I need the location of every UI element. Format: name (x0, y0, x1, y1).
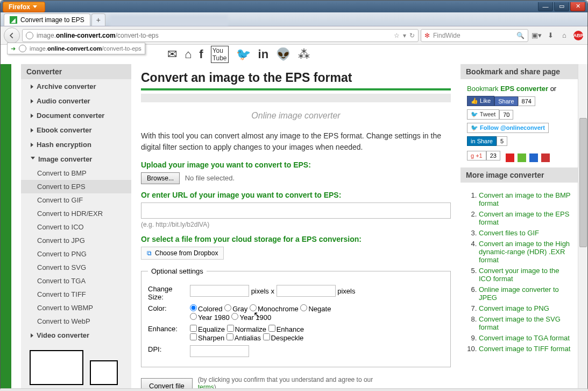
url-text: image.online-convert.com/convert-to-eps (37, 32, 159, 39)
sidebar-sub-bmp[interactable]: Convert to BMP (21, 166, 131, 180)
twitter-follow-widget[interactable]: 🐦 Follow @onlineconvert (467, 123, 571, 133)
search-provider-icon: ✻ (424, 32, 430, 39)
twitter-icon[interactable]: 🐦 (236, 47, 251, 61)
url-suggestion-popup[interactable]: ➜ image.online-convert.com/convert-to-ep… (7, 43, 145, 54)
sidebar-item-document[interactable]: Document converter (21, 108, 131, 123)
yelp-icon[interactable]: ⁂ (298, 47, 310, 61)
bookmark-heading: Bookmark and share page (461, 64, 578, 79)
enh-equalize-cb[interactable] (190, 325, 197, 332)
window-maximize-button[interactable]: ▭ (554, 2, 569, 11)
firefox-menu-button[interactable]: Firefox (3, 2, 45, 12)
spacer (11, 64, 21, 388)
sidebar-sub-tga[interactable]: Convert to TGA (21, 274, 131, 288)
sidebar-sub-tiff[interactable]: Convert to TIFF (21, 288, 131, 301)
new-tab-button[interactable]: + (91, 13, 105, 26)
caret-right-icon (31, 99, 33, 103)
color-label: Color: (148, 304, 183, 312)
sidebar-sub-jpg[interactable]: Convert to JPG (21, 234, 131, 247)
convert-button[interactable]: Convert file (141, 378, 193, 388)
address-field[interactable]: image.online-convert.com/convert-to-eps … (22, 29, 419, 42)
linkedin-icon[interactable]: in (258, 47, 269, 61)
facebook-icon[interactable]: f (199, 47, 203, 61)
linkedin-widget[interactable]: in Share5 (467, 136, 571, 146)
description: With this tool you can convert almost an… (141, 130, 451, 153)
file-status: No file selected. (185, 174, 235, 182)
sidebar-sub-webp[interactable]: Convert to WebP (21, 315, 131, 328)
dropdown-triangle-icon (33, 5, 37, 8)
dropdown-caret-icon[interactable]: ▾ (403, 32, 406, 39)
reddit-icon[interactable]: 👽 (276, 47, 291, 61)
color-1900-radio[interactable] (231, 313, 238, 320)
color-colored-radio[interactable] (190, 304, 197, 311)
dropbox-button[interactable]: ⧉ Choose from Dropbox (141, 247, 224, 260)
sidebar-sub-wbmp[interactable]: Convert to WBMP (21, 301, 131, 315)
terms-link[interactable]: terms (198, 383, 214, 389)
window-close-button[interactable]: ✕ (570, 2, 585, 11)
home-icon[interactable]: ⌂ (185, 47, 192, 61)
youtube-icon[interactable]: YouTube (211, 46, 229, 63)
window-minimize-button[interactable]: — (538, 2, 553, 11)
scrollbar-thumb[interactable] (579, 118, 587, 247)
tab-title: Convert image to EPS (20, 16, 84, 24)
more-item[interactable]: Convert an image to the EPS format (479, 210, 571, 226)
back-button[interactable] (4, 27, 20, 44)
gplus-widget[interactable]: g +123 (467, 151, 500, 160)
home-button[interactable]: ⌂ (558, 31, 570, 39)
sidebar-item-audio[interactable]: Audio converter (21, 94, 131, 108)
sidebar-sub-png[interactable]: Convert to PNG (21, 247, 131, 261)
url-heading: Or enter URL of your image you want to c… (141, 191, 451, 199)
sidebar-sub-gif[interactable]: Convert to GIF (21, 193, 131, 207)
enh-antialias-cb[interactable] (226, 333, 233, 340)
sidebar-sub-eps[interactable]: Convert to EPS (21, 180, 131, 193)
more-item[interactable]: Convert an image to the BMP format (479, 191, 571, 207)
search-field[interactable]: ✻ FindWide 🔍 (421, 29, 528, 42)
image-url-input[interactable] (141, 203, 451, 219)
enh-enhance-cb[interactable] (268, 325, 275, 332)
sidebar-item-image[interactable]: Image converter (21, 152, 131, 166)
more-item[interactable]: Convert image to the SVG format (479, 315, 571, 331)
color-gray-radio[interactable] (224, 304, 231, 311)
sidebar-item-hash[interactable]: Hash encryption (21, 137, 131, 152)
sidebar-sub-svg[interactable]: Convert to SVG (21, 261, 131, 274)
reload-icon[interactable]: ↻ (409, 32, 415, 39)
adblock-icon[interactable]: ABP (572, 31, 584, 40)
more-item[interactable]: Convert image to TGA format (479, 334, 571, 342)
more-item[interactable]: Convert image to TIFF format (479, 345, 571, 353)
optional-settings-fieldset: Optional settings Change Size: pixels x … (141, 267, 451, 367)
enh-normalize-cb[interactable] (227, 325, 234, 332)
dpi-label: DPI: (148, 345, 183, 353)
more-item[interactable]: Convert your image to the ICO format (479, 267, 571, 283)
tab-active[interactable]: ◢ Convert image to EPS (4, 13, 90, 26)
sidebar-item-archive[interactable]: Archive converter (21, 79, 131, 94)
bookmark-star-icon[interactable]: ☆ (394, 32, 400, 39)
enh-sharpen-cb[interactable] (190, 333, 197, 340)
dpi-input[interactable] (190, 345, 249, 357)
more-item[interactable]: Convert files to GIF (479, 229, 571, 237)
tweet-widget[interactable]: 🐦 Tweet70 (467, 109, 571, 120)
sidebar-item-video[interactable]: Video converter (21, 328, 131, 343)
enh-despeckle-cb[interactable] (263, 333, 270, 340)
scrollbar-track[interactable] (578, 64, 587, 388)
misc-share-icons[interactable] (506, 153, 550, 162)
sidebar-item-ebook[interactable]: Ebook converter (21, 123, 131, 137)
width-input[interactable] (190, 285, 249, 297)
color-negate-radio[interactable] (300, 304, 307, 311)
color-mono-radio[interactable] (250, 304, 257, 311)
background-tab[interactable] (110, 15, 228, 26)
height-input[interactable] (277, 285, 336, 297)
sidebar-sub-hdr[interactable]: Convert to HDR/EXR (21, 207, 131, 220)
bookmark-link[interactable]: Bookmark EPS converter (467, 85, 548, 93)
color-1980-radio[interactable] (190, 313, 197, 320)
bookmarks-dropdown-button[interactable]: ▣▾ (530, 31, 542, 39)
email-icon[interactable]: ✉ (167, 47, 177, 61)
browse-button[interactable]: Browse... (141, 172, 180, 184)
sidebar-sub-ico[interactable]: Convert to ICO (21, 220, 131, 234)
globe-icon (19, 45, 26, 52)
downloads-button[interactable]: ⬇ (544, 31, 556, 39)
more-item[interactable]: Convert image to PNG (479, 304, 571, 312)
fb-like-widget[interactable]: 👍 LikeShare874 (467, 96, 571, 106)
more-list: Convert an image to the BMP format Conve… (467, 191, 571, 353)
more-item[interactable]: Convert an image to the High dynamic-ran… (479, 240, 571, 264)
more-item[interactable]: Online image converter to JPEG (479, 285, 571, 302)
search-icon[interactable]: 🔍 (516, 32, 525, 39)
